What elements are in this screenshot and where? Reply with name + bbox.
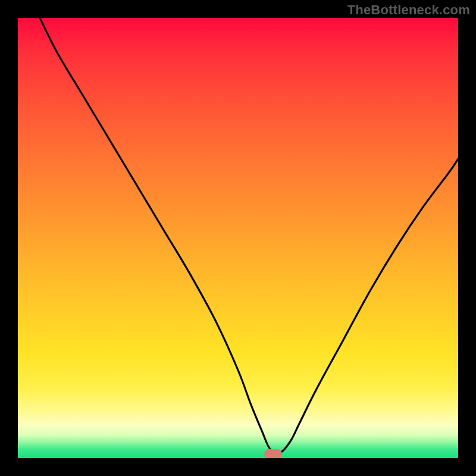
bottleneck-curve: [40, 18, 458, 454]
curve-svg: [18, 18, 458, 458]
plot-area: [18, 18, 458, 458]
chart-frame: TheBottleneck.com: [0, 0, 476, 476]
watermark-text: TheBottleneck.com: [347, 2, 470, 18]
optimal-marker: [264, 449, 282, 458]
